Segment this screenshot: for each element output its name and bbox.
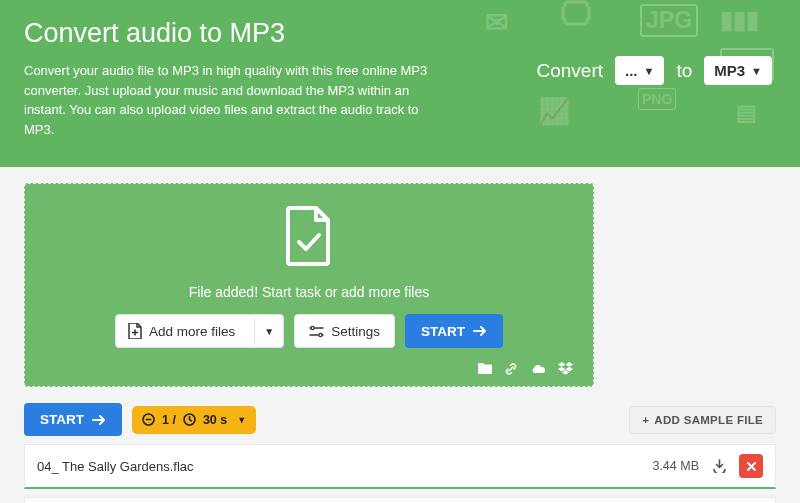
settings-label: Settings <box>331 324 380 339</box>
plus-icon: + <box>642 414 649 426</box>
toolbar-start-label: START <box>40 412 84 427</box>
arrow-right-icon <box>473 325 487 337</box>
file-plus-icon <box>128 323 142 339</box>
to-format-value: MP3 <box>714 62 745 79</box>
dropzone-actions: Add more files ▼ Settings START <box>41 314 577 348</box>
add-more-files-dropdown[interactable]: ▼ <box>254 318 283 345</box>
file-row: Avril Lavigne - Innocence.flac3.56 MB <box>24 497 776 503</box>
dropzone-message: File added! Start task or add more files <box>41 284 577 300</box>
toolbar-start-button[interactable]: START <box>24 403 122 436</box>
download-icon[interactable] <box>707 454 731 478</box>
file-row: 04_ The Sally Gardens.flac3.44 MB <box>24 444 776 489</box>
file-name: 04_ The Sally Gardens.flac <box>37 459 652 474</box>
header: ✉ 🖵 JPG ▮▮▮ PDF 📈 PNG ▤ Convert audio to… <box>0 0 800 167</box>
remove-file-button[interactable] <box>739 454 763 478</box>
limit-pill[interactable]: 1 / 30 s ▼ <box>132 406 256 434</box>
dropzone[interactable]: File added! Start task or add more files… <box>24 183 594 387</box>
cloud-icon[interactable] <box>530 362 546 376</box>
toolbar: START 1 / 30 s ▼ + ADD SAMPLE FILE <box>24 403 776 436</box>
file-check-icon <box>284 206 334 266</box>
add-sample-label: ADD SAMPLE FILE <box>654 414 763 426</box>
to-format-dropdown[interactable]: MP3 ▼ <box>704 56 772 85</box>
file-size: 3.44 MB <box>652 459 699 473</box>
dropbox-icon[interactable] <box>558 362 573 376</box>
dropzone-source-icons <box>41 362 577 376</box>
settings-icon <box>309 324 324 339</box>
page-description: Convert your audio file to MP3 in high q… <box>24 61 444 139</box>
chevron-down-icon: ▼ <box>264 326 274 337</box>
limit-count: 1 / <box>162 413 176 427</box>
settings-button[interactable]: Settings <box>294 314 395 348</box>
content: File added! Start task or add more files… <box>0 167 800 503</box>
add-more-files-label: Add more files <box>149 324 235 339</box>
dropzone-start-label: START <box>421 324 465 339</box>
to-label: to <box>676 60 692 82</box>
convert-label: Convert <box>536 60 603 82</box>
coin-icon <box>142 413 155 426</box>
convert-bar: Convert ... ▼ to MP3 ▼ <box>536 56 772 85</box>
link-icon[interactable] <box>504 362 518 376</box>
clock-icon <box>183 413 196 426</box>
add-more-files-button[interactable]: Add more files ▼ <box>115 314 284 348</box>
arrow-right-icon <box>92 414 106 426</box>
svg-point-1 <box>319 333 322 336</box>
folder-icon[interactable] <box>477 362 492 376</box>
dropzone-start-button[interactable]: START <box>405 314 503 348</box>
add-sample-file-button[interactable]: + ADD SAMPLE FILE <box>629 406 776 434</box>
limit-time: 30 s <box>203 413 227 427</box>
chevron-down-icon: ▼ <box>644 65 655 77</box>
file-list: 04_ The Sally Gardens.flac3.44 MBAvril L… <box>24 444 776 503</box>
from-format-value: ... <box>625 62 638 79</box>
page-title: Convert audio to MP3 <box>24 18 776 49</box>
chevron-down-icon: ▼ <box>237 415 246 425</box>
from-format-dropdown[interactable]: ... ▼ <box>615 56 664 85</box>
chevron-down-icon: ▼ <box>751 65 762 77</box>
